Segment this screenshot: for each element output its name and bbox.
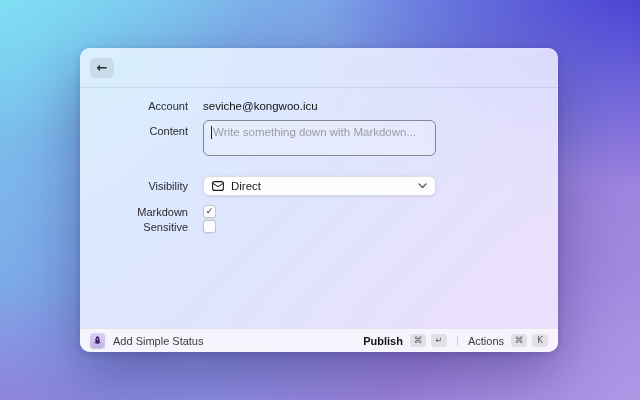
text-caret [211,126,212,139]
arrow-left-icon: ← [97,61,108,74]
desktop-background: ← Account seviche@kongwoo.icu Content Wr… [0,0,640,400]
app-icon [90,333,105,348]
markdown-label: Markdown [80,206,188,218]
content-label: Content [80,120,188,137]
visibility-select[interactable]: Direct [203,176,436,196]
command-key-icon: ⌘ [511,334,527,347]
sensitive-checkbox[interactable] [203,220,216,233]
account-row: Account seviche@kongwoo.icu [80,100,558,112]
visibility-label: Visibility [80,180,188,192]
content-textarea[interactable]: Write something down with Markdown... [203,120,436,156]
envelope-icon [212,181,224,191]
account-label: Account [80,100,188,112]
markdown-checkbox[interactable]: ✓ [203,205,216,218]
visibility-row: Visibility Direct [80,176,558,196]
sensitive-row: Sensitive [80,220,558,233]
return-key-icon: ↵ [431,334,447,347]
markdown-row: Markdown ✓ [80,205,558,218]
publish-button[interactable]: Publish [363,335,403,347]
checkmark-icon: ✓ [206,207,214,216]
content-placeholder: Write something down with Markdown... [213,126,416,138]
chevron-down-icon [418,183,427,189]
app-window: ← Account seviche@kongwoo.icu Content Wr… [80,48,558,352]
k-key-icon: K [532,334,548,347]
window-header: ← [80,48,558,88]
status-form: Account seviche@kongwoo.icu Content Writ… [80,88,558,233]
footer-bar: Add Simple Status Publish ⌘ ↵ Actions ⌘ … [80,328,558,352]
visibility-value: Direct [231,180,261,192]
actions-button[interactable]: Actions [468,335,504,347]
account-value: seviche@kongwoo.icu [203,100,318,112]
back-button[interactable]: ← [90,58,114,78]
command-key-icon: ⌘ [410,334,426,347]
content-row: Content Write something down with Markdo… [80,120,558,156]
sensitive-label: Sensitive [80,221,188,233]
footer-divider [457,336,458,346]
footer-actions: Publish ⌘ ↵ Actions ⌘ K [363,334,548,347]
app-title: Add Simple Status [113,335,204,347]
